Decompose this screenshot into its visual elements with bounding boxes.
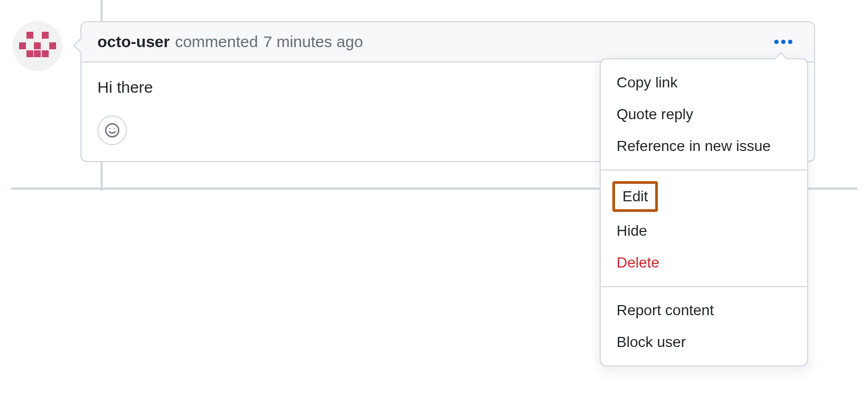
menu-separator bbox=[601, 286, 807, 287]
menu-delete[interactable]: Delete bbox=[601, 247, 807, 279]
svg-point-12 bbox=[106, 124, 119, 137]
menu-reference-new-issue[interactable]: Reference in new issue bbox=[601, 130, 807, 162]
comment-author[interactable]: octo-user bbox=[97, 33, 170, 51]
kebab-horizontal-icon bbox=[774, 39, 793, 44]
menu-quote-reply[interactable]: Quote reply bbox=[601, 99, 807, 130]
svg-rect-1 bbox=[26, 32, 33, 39]
menu-copy-link[interactable]: Copy link bbox=[601, 67, 807, 99]
comment-header: octo-user commented 7 minutes ago bbox=[82, 22, 814, 63]
menu-block-user[interactable]: Block user bbox=[601, 326, 807, 358]
avatar[interactable] bbox=[13, 21, 62, 71]
menu-separator bbox=[601, 170, 807, 171]
svg-rect-5 bbox=[49, 42, 56, 49]
svg-rect-3 bbox=[19, 42, 26, 49]
svg-rect-8 bbox=[42, 50, 49, 57]
svg-rect-7 bbox=[34, 50, 41, 57]
svg-point-9 bbox=[774, 40, 779, 44]
menu-edit[interactable]: Edit bbox=[612, 181, 658, 212]
svg-rect-4 bbox=[34, 42, 41, 49]
avatar-identicon bbox=[13, 21, 62, 71]
svg-rect-6 bbox=[26, 50, 33, 57]
svg-point-10 bbox=[781, 40, 785, 44]
svg-point-13 bbox=[109, 128, 110, 129]
menu-hide[interactable]: Hide bbox=[601, 215, 807, 247]
comment-actions-menu: Copy link Quote reply Reference in new i… bbox=[600, 58, 808, 367]
kebab-menu-button[interactable] bbox=[768, 36, 798, 48]
comment-timestamp[interactable]: 7 minutes ago bbox=[263, 33, 363, 51]
menu-report-content[interactable]: Report content bbox=[601, 295, 807, 326]
smiley-icon bbox=[104, 122, 120, 138]
svg-rect-2 bbox=[42, 32, 49, 39]
svg-point-14 bbox=[114, 128, 115, 129]
add-reaction-button[interactable] bbox=[97, 115, 127, 145]
comment-action-text: commented bbox=[175, 33, 258, 51]
svg-point-11 bbox=[788, 40, 792, 44]
